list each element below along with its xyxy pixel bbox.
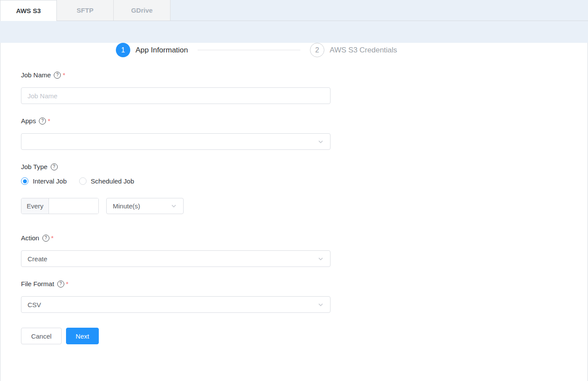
radio-selected-icon (21, 177, 28, 185)
step-2-circle: 2 (310, 43, 324, 57)
file-format-select[interactable]: CSV (21, 296, 331, 313)
stepper-connector-line (198, 50, 300, 50)
help-icon[interactable]: ? (54, 72, 61, 79)
field-job-name: Job Name ? * (21, 71, 567, 104)
page: AWS S3 SFTP GDrive 1 App Information 2 A… (0, 0, 588, 381)
next-button[interactable]: Next (66, 328, 99, 344)
job-name-input[interactable] (21, 87, 331, 104)
step-1-circle: 1 (116, 43, 130, 57)
help-icon[interactable]: ? (51, 163, 58, 170)
field-apps: Apps ? * (21, 117, 567, 150)
radio-interval-job-label: Interval Job (33, 177, 67, 185)
interval-settings-row: Every Minute(s) (21, 198, 567, 214)
apps-select[interactable] (21, 133, 331, 150)
chevron-down-icon (317, 301, 324, 308)
chevron-down-icon (317, 256, 324, 262)
help-icon[interactable]: ? (42, 235, 49, 242)
required-asterisk: * (51, 234, 54, 242)
interval-unit-select[interactable]: Minute(s) (106, 198, 184, 214)
tab-bar: AWS S3 SFTP GDrive (0, 0, 588, 21)
chevron-down-icon (170, 203, 177, 209)
action-select[interactable]: Create (21, 250, 331, 267)
apps-label: Apps (21, 117, 36, 125)
form-card: 1 App Information 2 AWS S3 Credentials J… (0, 43, 588, 381)
stepper: 1 App Information 2 AWS S3 Credentials (21, 43, 567, 57)
tab-sftp[interactable]: SFTP (57, 0, 114, 21)
interval-every-addon: Every (21, 198, 49, 214)
radio-scheduled-job[interactable]: Scheduled Job (79, 177, 134, 185)
form-actions: Cancel Next (21, 328, 567, 344)
interval-unit-value: Minute(s) (113, 202, 170, 210)
radio-interval-job[interactable]: Interval Job (21, 177, 67, 185)
step-2-label: AWS S3 Credentials (330, 46, 397, 55)
tab-aws-s3[interactable]: AWS S3 (0, 0, 57, 21)
step-aws-s3-credentials: 2 AWS S3 Credentials (310, 43, 397, 57)
radio-scheduled-job-label: Scheduled Job (91, 177, 134, 185)
required-asterisk: * (48, 117, 50, 125)
help-icon[interactable]: ? (57, 281, 64, 287)
interval-every-group: Every (21, 198, 99, 214)
step-app-information: 1 App Information (116, 43, 188, 57)
job-type-label: Job Type (21, 163, 48, 170)
cancel-button[interactable]: Cancel (21, 328, 62, 344)
action-label: Action (21, 234, 39, 242)
job-type-radio-group: Interval Job Scheduled Job (21, 177, 567, 185)
job-name-label: Job Name (21, 71, 51, 79)
interval-value-input[interactable] (49, 198, 98, 214)
field-file-format: File Format ? * CSV (21, 280, 567, 313)
action-select-value: Create (28, 255, 317, 263)
required-asterisk: * (63, 71, 65, 79)
chevron-down-icon (317, 139, 324, 145)
required-asterisk: * (66, 280, 69, 287)
step-1-label: App Information (136, 46, 188, 55)
help-icon[interactable]: ? (39, 118, 46, 125)
field-job-type: Job Type ? Interval Job Scheduled Job (21, 163, 567, 214)
radio-unselected-icon (79, 177, 87, 185)
tab-gdrive[interactable]: GDrive (114, 0, 170, 21)
file-format-select-value: CSV (28, 301, 317, 308)
field-action: Action ? * Create (21, 234, 567, 267)
file-format-label: File Format (21, 280, 54, 287)
